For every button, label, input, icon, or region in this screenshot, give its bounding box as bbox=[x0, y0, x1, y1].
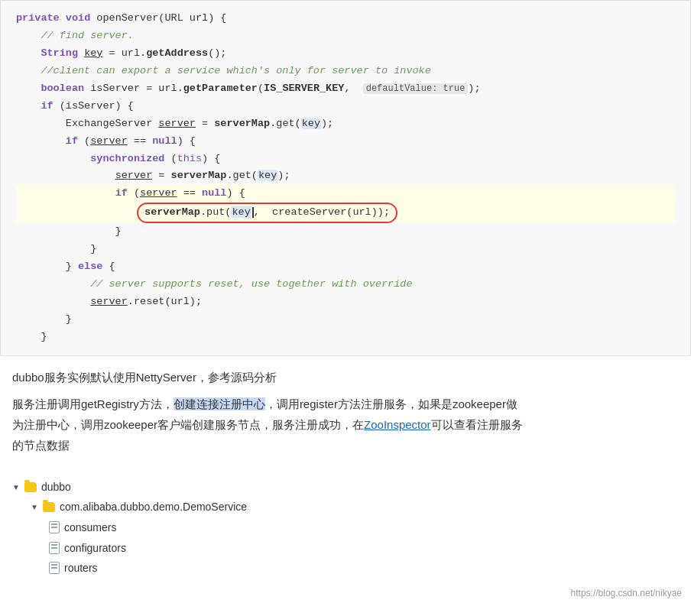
prose-area: dubbo服务实例默认使用NettyServer，参考源码分析 服务注册调用ge… bbox=[0, 356, 691, 469]
tree-label-dubbo: dubbo bbox=[41, 477, 71, 498]
tree-item-consumers: consumers bbox=[12, 517, 679, 538]
prose-line3-text: 为注册中心，调用zookeeper客户端创建服务节点，服务注册成功，在 bbox=[12, 418, 364, 431]
code-line-3: String key = url.getAddress(); bbox=[16, 45, 675, 63]
code-line-12: serverMap.put(key, createServer(url)); bbox=[16, 203, 675, 223]
prose-text-1: 服务注册调用getRegistry方法， bbox=[12, 397, 174, 410]
code-line-7: ExchangeServer server = serverMap.get(ke… bbox=[16, 115, 675, 133]
code-line-6: if (isServer) { bbox=[16, 98, 675, 115]
code-line-10: server = serverMap.get(key); bbox=[16, 167, 675, 185]
prose-line2: 服务注册调用getRegistry方法，创建连接注册中心，调用register方… bbox=[12, 394, 679, 456]
folder-icon-demoservice bbox=[43, 502, 55, 512]
prose-line1: dubbo服务实例默认使用NettyServer，参考源码分析 bbox=[12, 367, 679, 387]
code-line-19: } bbox=[16, 329, 675, 346]
code-line-14: } bbox=[16, 241, 675, 258]
file-icon-routers bbox=[49, 562, 60, 574]
tree-item-routers: routers bbox=[12, 558, 679, 579]
code-line-8: if (server == null) { bbox=[16, 133, 675, 151]
code-line-17: server.reset(url); bbox=[16, 293, 675, 311]
tree-item-configurators: configurators bbox=[12, 538, 679, 559]
tree-item-dubbo: ▼ dubbo bbox=[12, 477, 679, 498]
zooinspector-link[interactable]: ZooInspector bbox=[364, 418, 431, 431]
prose-text-2: ，调用reg bbox=[265, 397, 316, 410]
code-line-18: } bbox=[16, 311, 675, 329]
tree-label-consumers: consumers bbox=[64, 517, 116, 538]
code-line-1: private void openServer(URL url) { bbox=[16, 10, 675, 28]
prose-text-4: ster方法注册服务，如果是zookeeper做 bbox=[319, 397, 517, 410]
file-tree: ▼ dubbo ▼ com.alibaba.dubbo.demo.DemoSer… bbox=[0, 469, 691, 586]
tree-arrow-dubbo: ▼ bbox=[12, 480, 20, 494]
code-line-11: if (server == null) { bbox=[16, 185, 675, 203]
prose-line4: 的节点数据 bbox=[12, 439, 70, 452]
tree-item-demoservice: ▼ com.alibaba.dubbo.demo.DemoService bbox=[12, 497, 679, 517]
tree-label-configurators: configurators bbox=[64, 538, 126, 559]
prose-highlight: 创建连接注册中心 bbox=[174, 397, 265, 410]
code-line-9: synchronized (this) { bbox=[16, 151, 675, 168]
prose-line3-end: 可以查看注册服务 bbox=[431, 418, 523, 431]
code-line-15: } else { bbox=[16, 258, 675, 276]
tree-label-demoservice: com.alibaba.dubbo.demo.DemoService bbox=[60, 497, 247, 517]
code-line-5: boolean isServer = url.getParameter(IS_S… bbox=[16, 80, 675, 98]
code-line-4: //client can export a service which's on… bbox=[16, 63, 675, 80]
watermark: https://blog.csdn.net/nikyae bbox=[0, 586, 691, 600]
tree-label-routers: routers bbox=[64, 558, 98, 579]
folder-icon-dubbo bbox=[24, 482, 37, 492]
file-icon-configurators bbox=[49, 542, 60, 554]
code-line-13: } bbox=[16, 223, 675, 241]
code-block: private void openServer(URL url) { // fi… bbox=[0, 0, 691, 356]
oval-highlight-box: serverMap.put(key, createServer(url)); bbox=[137, 203, 397, 223]
file-icon-consumers bbox=[49, 521, 60, 533]
tree-arrow-demoservice: ▼ bbox=[31, 500, 38, 514]
code-line-2: // find server. bbox=[16, 28, 675, 45]
code-line-16: // server supports reset, use together w… bbox=[16, 276, 675, 293]
